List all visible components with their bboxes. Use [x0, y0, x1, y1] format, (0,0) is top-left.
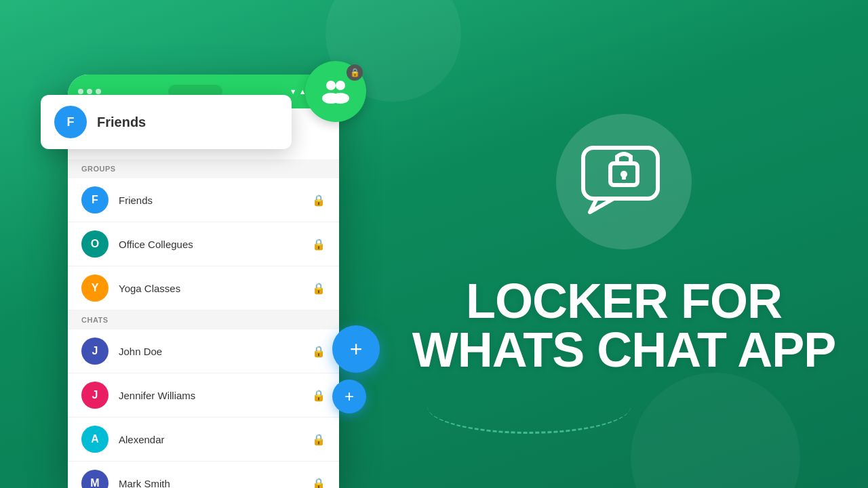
lock-badge: 🔒 — [347, 64, 363, 81]
svg-rect-7 — [622, 174, 626, 180]
groups-section-label: GROUPS — [68, 159, 339, 178]
list-item[interactable]: M Mark Smith 🔒 — [68, 462, 339, 488]
dot-1 — [78, 89, 83, 94]
people-icon — [319, 75, 353, 108]
fab-secondary-button[interactable]: + — [332, 380, 366, 413]
avatar: O — [81, 230, 108, 258]
dot-2 — [87, 89, 92, 94]
list-item[interactable]: O Office Collegues 🔒 — [68, 222, 339, 266]
dashed-arc-decoration — [427, 380, 631, 434]
phone-dots — [78, 89, 101, 94]
dot-3 — [96, 89, 101, 94]
lock-icon: 🔒 — [312, 389, 326, 402]
main-title: LOCKER FOR WHATS CHAT APP — [412, 277, 836, 374]
group-icon-badge[interactable]: 🔒 — [305, 61, 366, 122]
chat-name: Mark Smith — [119, 478, 302, 489]
chat-name: Alexendar — [119, 434, 302, 445]
title-line1: LOCKER FOR — [412, 277, 836, 325]
svg-point-1 — [336, 81, 345, 90]
avatar: J — [81, 338, 108, 365]
avatar: F — [81, 186, 108, 214]
lock-icon: 🔒 — [312, 477, 326, 489]
avatar: M — [81, 470, 108, 488]
list-item[interactable]: A Alexendar 🔒 — [68, 418, 339, 462]
svg-point-3 — [332, 93, 349, 104]
chat-name: John Doe — [119, 346, 302, 357]
svg-point-0 — [326, 81, 336, 90]
header-avatar: F — [54, 106, 87, 138]
signal-icon: ▼ ▲ — [290, 87, 307, 96]
avatar: J — [81, 382, 108, 409]
list-item[interactable]: J Jennifer Williams 🔒 — [68, 373, 339, 418]
chat-name: Yoga Classes — [119, 283, 302, 294]
title-line2: WHATS CHAT APP — [412, 325, 836, 374]
avatar: Y — [81, 274, 108, 302]
lock-icon: 🔒 — [312, 433, 326, 446]
chat-list: GROUPS F Friends 🔒 O Office Collegues 🔒 … — [68, 159, 339, 488]
chat-name: Friends — [119, 195, 302, 206]
lock-icon: 🔒 — [312, 194, 326, 207]
list-item[interactable]: J John Doe 🔒 — [68, 329, 339, 373]
list-item[interactable]: Y Yoga Classes 🔒 — [68, 266, 339, 310]
chat-name: Jennifer Williams — [119, 390, 302, 401]
fab-primary-button[interactable]: + — [332, 325, 380, 373]
lock-icon: 🔒 — [312, 345, 326, 358]
chats-section-label: CHATS — [68, 310, 339, 329]
header-name: Friends — [97, 115, 146, 130]
floating-header-card: F Friends — [41, 95, 292, 149]
lock-icon: 🔒 — [312, 238, 326, 251]
lock-icon: 🔒 — [312, 282, 326, 295]
list-item[interactable]: F Friends 🔒 — [68, 178, 339, 222]
chat-lock-svg — [580, 144, 668, 219]
avatar: A — [81, 426, 108, 453]
left-section: F Friends 🔒 — [41, 54, 373, 434]
background: F Friends 🔒 — [0, 0, 868, 488]
chat-name: Office Collegues — [119, 239, 302, 250]
app-icon-circle — [556, 114, 692, 249]
